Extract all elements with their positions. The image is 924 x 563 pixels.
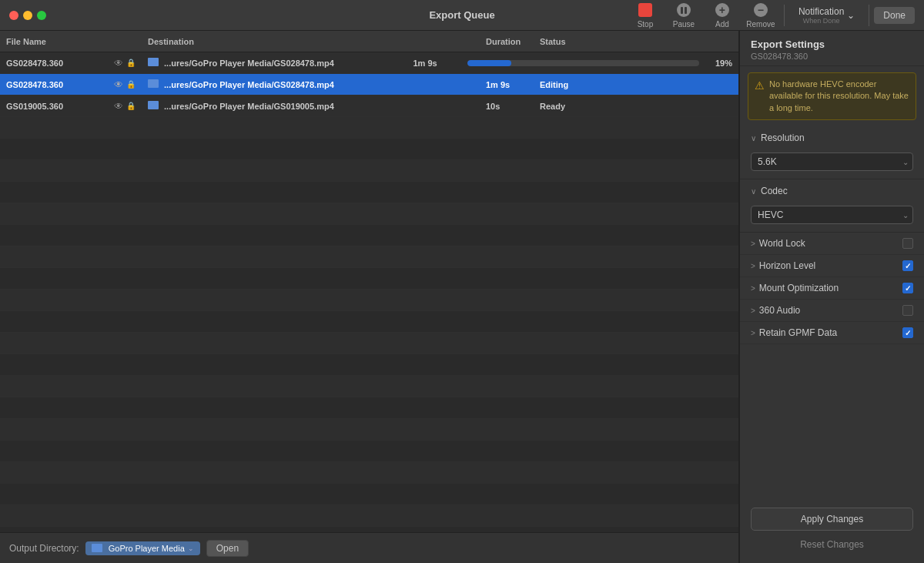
audio-360-chevron-icon: > — [751, 307, 755, 315]
eye-icon[interactable]: 👁 — [114, 79, 123, 90]
resolution-select[interactable]: 5.6K 4K 1080p — [751, 152, 913, 171]
world-lock-checkbox[interactable] — [902, 238, 913, 249]
table-row[interactable]: GS028478.360 👁 🔒 ...ures/GoPro Player Me… — [0, 52, 738, 74]
horizon-level-checkbox[interactable] — [902, 260, 913, 271]
resolution-section: ∨ Resolution 5.6K 4K 1080p ⌄ — [740, 126, 924, 179]
stripe-row — [0, 117, 738, 139]
reset-changes-button[interactable]: Reset Changes — [751, 535, 913, 554]
empty-rows — [0, 117, 738, 532]
close-button[interactable] — [9, 11, 18, 20]
stripe-row — [0, 311, 738, 333]
row2-destination: ...ures/GoPro Player Media/GS028478.mp4 — [148, 79, 486, 89]
codec-select-container: HEVC H.264 ⌄ — [751, 206, 913, 224]
table-row[interactable]: GS019005.360 👁 🔒 ...ures/GoPro Player Me… — [0, 96, 738, 117]
stripe-row — [0, 290, 738, 311]
horizon-level-row[interactable]: > Horizon Level — [740, 255, 924, 277]
maximize-button[interactable] — [37, 11, 46, 20]
add-label: Add — [715, 20, 729, 28]
row3-icons: 👁 🔒 — [114, 101, 148, 112]
table-header: File Name Destination Duration Status — [0, 31, 738, 52]
lock-icon[interactable]: 🔒 — [126, 59, 136, 67]
resolution-chevron-icon: ∨ — [751, 134, 756, 142]
stripe-row — [0, 160, 738, 182]
queue-panel: File Name Destination Duration Status GS… — [0, 31, 739, 563]
remove-icon: − — [752, 2, 769, 18]
notification-label: Notification — [798, 6, 844, 17]
codec-select[interactable]: HEVC H.264 — [751, 206, 913, 224]
pause-button[interactable]: Pause — [665, 1, 702, 30]
row2-icons: 👁 🔒 — [114, 79, 148, 90]
audio-360-row[interactable]: > 360 Audio — [740, 300, 924, 322]
codec-chevron-icon: ∨ — [751, 187, 756, 196]
resolution-header[interactable]: ∨ Resolution — [740, 126, 924, 149]
codec-content: HEVC H.264 ⌄ — [740, 203, 924, 232]
stripe-row — [0, 139, 738, 160]
progress-text: 19% — [705, 59, 732, 68]
row3-destination: ...ures/GoPro Player Media/GS019005.mp4 — [148, 101, 486, 111]
stop-button[interactable]: Stop — [627, 1, 664, 30]
audio-360-checkbox[interactable] — [902, 305, 913, 316]
mount-optimization-checkbox[interactable] — [902, 283, 913, 293]
queue-list: GS028478.360 👁 🔒 ...ures/GoPro Player Me… — [0, 52, 738, 532]
retain-gpmf-checkbox[interactable] — [902, 327, 913, 338]
warning-text: No hardware HEVC encoder available for t… — [769, 79, 909, 114]
stripe-row — [0, 441, 738, 462]
bottom-bar: Output Directory: GoPro Player Media ⌄ O… — [0, 532, 738, 563]
row2-status: Editing — [540, 80, 732, 89]
settings-title: Export Settings — [751, 39, 913, 50]
stripe-row — [0, 527, 738, 532]
row3-duration: 10s — [486, 102, 540, 111]
notification-section: Notification When Done — [798, 6, 844, 25]
stripe-row — [0, 484, 738, 505]
stop-label: Stop — [638, 20, 654, 28]
pause-icon — [675, 2, 692, 18]
apply-changes-button[interactable]: Apply Changes — [751, 508, 913, 531]
remove-button[interactable]: − Remove — [742, 1, 779, 30]
retain-gpmf-row[interactable]: > Retain GPMF Data — [740, 322, 924, 344]
audio-360-label: > 360 Audio — [751, 305, 800, 316]
done-button[interactable]: Done — [874, 7, 915, 24]
retain-gpmf-chevron-icon: > — [751, 329, 755, 337]
row1-filename: GS028478.360 — [6, 59, 114, 68]
retain-gpmf-label: > Retain GPMF Data — [751, 327, 837, 338]
folder-icon — [148, 101, 159, 109]
stripe-row — [0, 225, 738, 246]
stripe-row — [0, 246, 738, 268]
output-directory-dropdown[interactable]: GoPro Player Media ⌄ — [85, 541, 200, 555]
codec-header[interactable]: ∨ Codec — [740, 179, 924, 203]
lock-icon[interactable]: 🔒 — [126, 102, 136, 110]
warning-box: ⚠ No hardware HEVC encoder available for… — [748, 72, 916, 120]
stripe-row — [0, 376, 738, 397]
row1-duration: 1m 9s — [413, 59, 467, 68]
table-row[interactable]: GS028478.360 👁 🔒 ...ures/GoPro Player Me… — [0, 74, 738, 96]
remove-label: Remove — [746, 20, 775, 28]
settings-footer: Apply Changes Reset Changes — [740, 495, 924, 563]
toolbar-divider-2 — [869, 5, 869, 26]
notification-dropdown[interactable]: ⌄ — [847, 10, 855, 21]
world-lock-row[interactable]: > World Lock — [740, 233, 924, 255]
lock-icon[interactable]: 🔒 — [126, 80, 136, 89]
stripe-row — [0, 397, 738, 419]
mount-optimization-row[interactable]: > Mount Optimization — [740, 277, 924, 300]
eye-icon[interactable]: 👁 — [114, 101, 123, 112]
row1-destination: ...ures/GoPro Player Media/GS028478.mp4 — [148, 58, 413, 68]
world-lock-chevron-icon: > — [751, 240, 755, 248]
open-button[interactable]: Open — [206, 540, 249, 557]
stripe-row — [0, 203, 738, 225]
output-label: Output Directory: — [9, 543, 79, 554]
titlebar: Export Queue Stop Pause + Add — [0, 0, 924, 31]
mount-optimization-label: > Mount Optimization — [751, 283, 839, 293]
minimize-button[interactable] — [23, 11, 32, 20]
resolution-content: 5.6K 4K 1080p ⌄ — [740, 149, 924, 179]
add-button[interactable]: + Add — [704, 1, 741, 30]
dropdown-arrow-icon: ⌄ — [188, 545, 194, 552]
row1-icons: 👁 🔒 — [114, 58, 148, 69]
row1-progress: 19% — [467, 59, 733, 68]
settings-header: Export Settings GS028478.360 — [740, 31, 924, 66]
codec-label: ∨ Codec — [751, 186, 788, 196]
row2-duration: 1m 9s — [486, 80, 540, 89]
toolbar-divider — [784, 5, 785, 26]
eye-icon[interactable]: 👁 — [114, 58, 123, 69]
progress-bar-bg — [467, 60, 700, 66]
notification-area: Notification When Done ⌄ — [798, 6, 855, 25]
